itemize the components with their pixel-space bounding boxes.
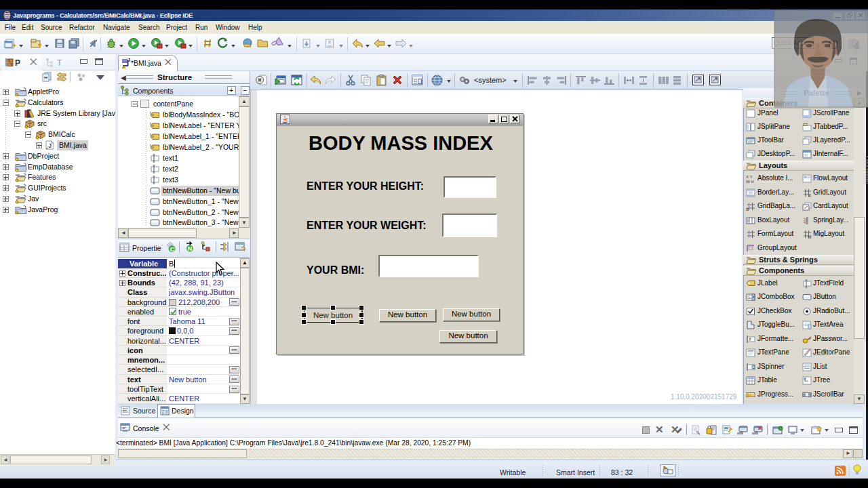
svg-text:B: B [746,207,749,211]
svg-text:C: C [170,246,175,253]
svg-text:J: J [48,142,52,149]
svg-text:#: # [749,337,751,342]
svg-text:X Y: X Y [746,175,753,179]
svg-text:A: A [808,194,811,198]
svg-text:N: N [188,245,193,252]
svg-text:!: ! [123,65,124,68]
svg-text:M: M [808,235,812,239]
svg-text:J: J [127,57,130,63]
svg-text:W H: W H [746,180,754,184]
